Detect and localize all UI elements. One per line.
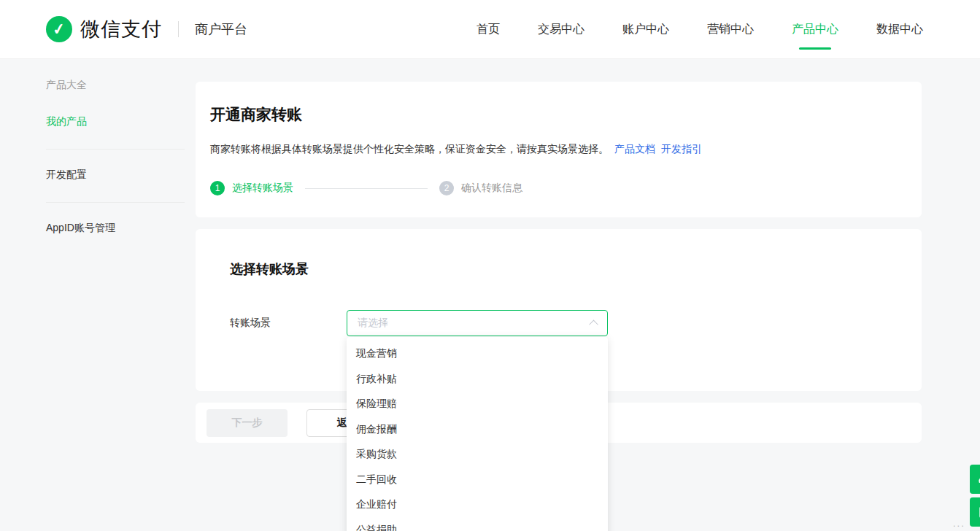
intro-description-text: 商家转账将根据具体转账场景提供个性化安全策略，保证资金安全，请按真实场景选择。 [210,143,609,155]
step-2-circle-icon: 2 [439,181,454,195]
logo-text: 微信支付 [80,16,162,42]
product-doc-link[interactable]: 产品文档 [614,143,655,155]
wechat-pay-logo-icon: ✓ [46,16,72,42]
form-title: 选择转账场景 [230,262,922,276]
corner-ellipsis: ... [953,518,965,529]
platform-name: 商户平台 [195,20,247,38]
sidebar-item-my-products[interactable]: 我的产品 [46,115,185,127]
option-secondhand-recycle[interactable]: 二手回收 [347,468,608,493]
step-2-label: 确认转账信息 [461,182,522,195]
transfer-scene-select[interactable]: 请选择 [347,310,608,336]
divider [46,149,185,150]
sidebar-item-dev-config[interactable]: 开发配置 [46,168,185,180]
sidebar: 产品大全 我的产品 开发配置 AppID账号管理 [46,79,185,233]
nav-item-data-center[interactable]: 数据中心 [876,0,923,59]
option-commission[interactable]: 佣金报酬 [347,417,608,443]
intro-card: 开通商家转账 商家转账将根据具体转账场景提供个性化安全策略，保证资金安全，请按真… [196,82,922,217]
nav-item-product-center[interactable]: 产品中心 [792,0,838,59]
nav-item-trade-center[interactable]: 交易中心 [538,0,584,59]
option-admin-subsidy[interactable]: 行政补贴 [347,367,608,392]
divider [46,202,185,203]
page: ✓ 微信支付 商户平台 首页 交易中心 账户中心 营销中心 产品中心 数据中心 … [0,0,980,531]
next-step-button[interactable]: 下一步 [207,409,288,437]
customer-service-float-button[interactable] [970,465,980,494]
step-1-label: 选择转账场景 [232,182,293,195]
intro-description: 商家转账将根据具体转账场景提供个性化安全策略，保证资金安全，请按真实场景选择。产… [210,142,904,156]
chevron-up-icon [589,319,598,329]
wechat-pay-logo[interactable]: ✓ 微信支付 [46,16,162,42]
customer-service-icon [977,472,980,487]
select-dropdown: 现金营销 行政补贴 保险理赔 佣金报酬 采购货款 二手回收 企业赔付 公益捐助 [347,337,608,531]
stepper: 1 选择转账场景 2 确认转账信息 [210,181,904,195]
feedback-float-button[interactable] [970,497,980,527]
option-enterprise-compensation[interactable]: 企业赔付 [347,492,608,518]
select-placeholder: 请选择 [358,317,388,330]
option-clipped-last[interactable]: 公益捐助 [347,518,608,531]
step-confirm-info: 2 确认转账信息 [439,181,522,195]
feedback-icon [977,505,980,519]
option-procurement[interactable]: 采购货款 [347,442,608,468]
sidebar-section-title: 产品大全 [46,79,185,90]
nav-item-home[interactable]: 首页 [477,0,500,59]
step-1-circle-icon: 1 [210,181,225,195]
main-nav: 首页 交易中心 账户中心 营销中心 产品中心 数据中心 [477,0,923,59]
dev-guide-link[interactable]: 开发指引 [661,143,702,155]
option-cash-marketing[interactable]: 现金营销 [347,341,608,367]
step-select-scene: 1 选择转账场景 [210,181,293,195]
divider [178,21,179,37]
top-header: ✓ 微信支付 商户平台 首页 交易中心 账户中心 营销中心 产品中心 数据中心 [0,0,980,59]
option-insurance-claim[interactable]: 保险理赔 [347,392,608,417]
page-title: 开通商家转账 [210,104,904,125]
sidebar-item-appid-management[interactable]: AppID账号管理 [46,222,185,233]
transfer-scene-label: 转账场景 [230,317,347,330]
nav-item-marketing-center[interactable]: 营销中心 [707,0,754,59]
step-connector [305,188,428,189]
form-row: 转账场景 请选择 [230,310,922,336]
nav-item-account-center[interactable]: 账户中心 [622,0,669,59]
